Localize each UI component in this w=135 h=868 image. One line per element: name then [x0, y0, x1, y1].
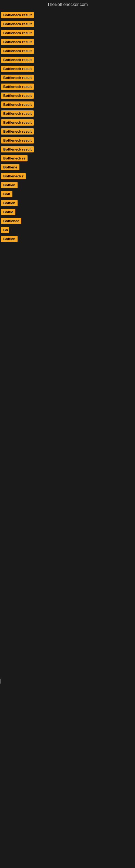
list-item[interactable]: Bottlene: [1, 164, 134, 172]
list-item[interactable]: Bottleneck r: [1, 173, 134, 180]
bottleneck-badge: Bottlene: [1, 164, 19, 170]
bottleneck-list: Bottleneck resultBottleneck resultBottle…: [0, 9, 135, 246]
bottleneck-badge: Bottleneck r: [1, 173, 26, 179]
list-item[interactable]: Bottleneck result: [1, 119, 134, 127]
bottleneck-badge: Bottleneck result: [1, 21, 34, 27]
bottleneck-badge: Bottleneck result: [1, 12, 34, 18]
list-item[interactable]: Bottlen: [1, 200, 134, 207]
bottleneck-badge: Bottleneck result: [1, 66, 34, 72]
bottleneck-badge: Bottleneck result: [1, 111, 34, 117]
list-item[interactable]: Bottleneck re: [1, 155, 134, 162]
bottleneck-badge: Bo: [1, 227, 9, 233]
bottleneck-badge: Bottleneck result: [1, 137, 34, 144]
list-item[interactable]: Bottleneck result: [1, 111, 134, 118]
bottleneck-badge: Bottleneck result: [1, 74, 34, 81]
list-item[interactable]: Bottleneck result: [1, 48, 134, 55]
bottleneck-badge: Bottlenec: [1, 218, 21, 224]
list-item[interactable]: Bottlenec: [1, 218, 134, 225]
list-item[interactable]: Bottle: [1, 209, 134, 216]
bottleneck-badge: Bottleneck result: [1, 128, 34, 134]
list-item[interactable]: Bottleneck result: [1, 146, 134, 154]
bottleneck-badge: Bottle: [1, 209, 15, 215]
list-item[interactable]: Bottlen: [1, 182, 134, 189]
bottleneck-badge: Bott: [1, 191, 12, 197]
bottleneck-badge: Bottleneck result: [1, 57, 34, 63]
bottleneck-badge: Bottleneck result: [1, 30, 34, 36]
site-header: TheBottlenecker.com: [0, 0, 135, 9]
bottleneck-badge: Bottleneck result: [1, 146, 34, 152]
bottleneck-badge: Bottleneck result: [1, 48, 34, 54]
bottleneck-badge: Bottleneck result: [1, 84, 34, 90]
bottleneck-badge: Bottleneck re: [1, 155, 28, 161]
list-item[interactable]: Bottleneck result: [1, 39, 134, 46]
list-item[interactable]: Bottleneck result: [1, 66, 134, 73]
list-item[interactable]: Bottleneck result: [1, 137, 134, 145]
list-item[interactable]: Bottleneck result: [1, 101, 134, 109]
bottleneck-badge: Bottlen: [1, 200, 17, 206]
list-item[interactable]: Bo: [1, 227, 134, 234]
bottleneck-badge: Bottleneck result: [1, 119, 34, 126]
bottleneck-badge: Bottleneck result: [1, 93, 34, 99]
list-item[interactable]: Bottleneck result: [1, 57, 134, 64]
bottleneck-badge: Bottleneck result: [1, 101, 34, 108]
list-item[interactable]: Bottleneck result: [1, 93, 134, 100]
list-item[interactable]: Bottleneck result: [1, 21, 134, 28]
list-item[interactable]: Bottleneck result: [1, 30, 134, 37]
list-item[interactable]: Bottleneck result: [1, 12, 134, 19]
site-title: TheBottlenecker.com: [0, 0, 135, 9]
list-item[interactable]: Bottleneck result: [1, 128, 134, 135]
list-item[interactable]: Bottlen: [1, 236, 134, 243]
list-item[interactable]: Bottleneck result: [1, 84, 134, 91]
bottleneck-badge: Bottlen: [1, 182, 17, 188]
bottleneck-badge: Bottleneck result: [1, 39, 34, 45]
bottleneck-badge: Bottlen: [1, 236, 17, 242]
list-item[interactable]: Bottleneck result: [1, 74, 134, 82]
list-item[interactable]: Bott: [1, 191, 134, 198]
